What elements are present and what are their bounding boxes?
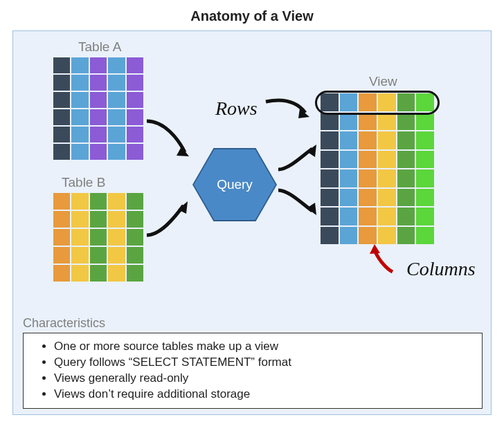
grid-cell [53, 75, 70, 91]
grid-cell [71, 75, 88, 91]
grid-cell [397, 113, 415, 131]
grid-cell [53, 229, 70, 246]
characteristics-box: One or more source tables make up a view… [23, 333, 483, 409]
grid-cell [340, 113, 358, 131]
grid-cell [108, 265, 125, 282]
grid-cell [71, 127, 88, 142]
label-rows: Rows [215, 98, 258, 120]
grid-cell [53, 57, 70, 73]
grid-cell [90, 144, 107, 160]
grid-cell [397, 131, 415, 149]
label-columns: Columns [406, 258, 476, 280]
grid-cell [416, 113, 434, 131]
grid-cell [108, 127, 125, 142]
grid-cell [397, 169, 415, 187]
grid-cell [108, 57, 125, 73]
grid-cell [378, 189, 396, 207]
grid-cell [90, 127, 107, 142]
arrow-rows-to-view [262, 95, 318, 129]
grid-cell [53, 92, 70, 108]
grid-cell [416, 169, 434, 187]
grid-cell [90, 57, 107, 73]
rows-highlight [315, 91, 440, 115]
grid-cell [53, 265, 70, 282]
grid-cell [359, 151, 377, 169]
grid-cell [416, 131, 434, 149]
grid-cell [127, 247, 143, 264]
grid-cell [108, 193, 125, 210]
grid-cell [90, 92, 107, 108]
grid-cell [71, 193, 88, 210]
grid-cell [321, 113, 339, 131]
grid-cell [90, 193, 107, 210]
characteristics-item: Query follows “SELECT STATEMENT” format [54, 355, 474, 371]
grid-cell [340, 151, 358, 169]
grid-cell [71, 265, 88, 282]
grid-cell [340, 208, 358, 225]
grid-cell [127, 75, 143, 91]
page-title: Anatomy of a View [0, 0, 504, 30]
grid-cell [53, 109, 70, 125]
grid-cell [378, 113, 396, 131]
grid-cell [71, 57, 88, 73]
query-hex-label: Query [217, 177, 253, 192]
arrow-columns-to-view [365, 244, 406, 279]
grid-cell [71, 92, 88, 108]
grid-cell [71, 211, 88, 228]
grid-cell [378, 151, 396, 169]
table-a-grid [53, 57, 143, 160]
grid-cell [71, 229, 88, 246]
arrow-query-to-view-bottom [275, 185, 323, 219]
grid-cell [397, 189, 415, 207]
grid-cell [378, 227, 396, 245]
grid-cell [340, 227, 358, 245]
grid-cell [71, 144, 88, 160]
grid-cell [53, 127, 70, 142]
grid-cell [416, 208, 434, 225]
grid-cell [321, 227, 339, 245]
grid-cell [416, 189, 434, 207]
grid-cell [108, 75, 125, 91]
grid-cell [71, 109, 88, 125]
grid-cell [53, 247, 70, 264]
grid-cell [359, 208, 377, 225]
query-hex: Query [194, 149, 276, 220]
grid-cell [359, 227, 377, 245]
grid-cell [53, 193, 70, 210]
grid-cell [340, 169, 358, 187]
grid-cell [340, 131, 358, 149]
characteristics-list: One or more source tables make up a view… [54, 339, 474, 403]
grid-cell [90, 211, 107, 228]
grid-cell [359, 189, 377, 207]
grid-cell [53, 144, 70, 160]
grid-cell [71, 247, 88, 264]
grid-cell [108, 229, 125, 246]
grid-cell [397, 227, 415, 245]
grid-cell [359, 131, 377, 149]
grid-cell [416, 151, 434, 169]
grid-cell [340, 189, 358, 207]
grid-cell [127, 211, 143, 228]
grid-cell [108, 247, 125, 264]
characteristics-item: Views don’t require additional storage [54, 387, 474, 403]
grid-cell [127, 193, 143, 210]
characteristics-header: Characteristics [23, 316, 105, 331]
view-grid [321, 93, 434, 244]
grid-cell [359, 169, 377, 187]
grid-cell [90, 247, 107, 264]
grid-cell [127, 92, 143, 108]
grid-cell [53, 211, 70, 228]
grid-cell [90, 109, 107, 125]
characteristics-item: One or more source tables make up a view [54, 339, 474, 355]
grid-cell [108, 211, 125, 228]
grid-cell [108, 92, 125, 108]
grid-cell [397, 208, 415, 225]
label-table-b: Table B [62, 175, 105, 190]
table-b-grid [53, 193, 143, 282]
grid-cell [378, 208, 396, 225]
grid-cell [108, 144, 125, 160]
grid-cell [90, 75, 107, 91]
grid-cell [127, 229, 143, 246]
grid-cell [378, 131, 396, 149]
characteristics-item: Views generally read-only [54, 371, 474, 387]
